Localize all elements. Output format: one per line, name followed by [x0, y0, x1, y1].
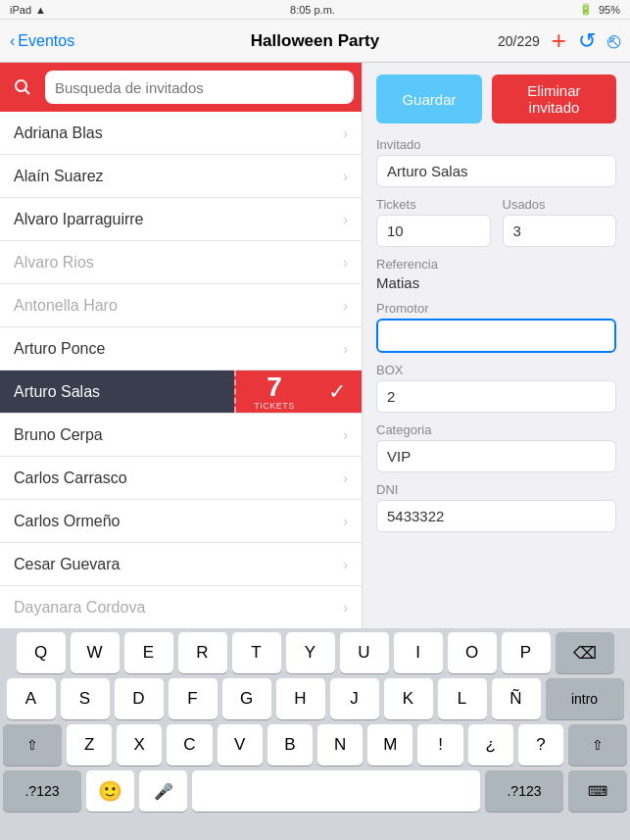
invitado-label: Invitado — [376, 137, 616, 152]
chevron-right-icon: › — [343, 212, 348, 227]
key-x[interactable]: X — [117, 724, 162, 766]
page-title: Halloween Party — [251, 31, 379, 51]
search-icon[interactable] — [8, 73, 37, 102]
key-i[interactable]: I — [394, 632, 443, 673]
key-p[interactable]: P — [502, 632, 551, 673]
key-s[interactable]: S — [61, 678, 110, 719]
shift-right-key[interactable]: ⇧ — [568, 724, 627, 766]
dni-input[interactable] — [376, 500, 616, 532]
key-m[interactable]: M — [367, 724, 412, 766]
back-button[interactable]: ‹ Eventos — [10, 32, 74, 50]
add-guest-icon[interactable]: + — [552, 25, 566, 56]
chevron-right-icon: › — [343, 557, 348, 572]
nav-actions: 20/229 + ↺ ⎋ — [498, 25, 620, 56]
list-item[interactable]: Alvaro Iparraguirre › — [0, 198, 362, 241]
tickets-label: Tickets — [376, 197, 491, 212]
list-item[interactable]: Carlos Carrasco › — [0, 457, 362, 500]
carrier-label: iPad — [10, 4, 31, 16]
key-j[interactable]: J — [330, 678, 379, 719]
chevron-right-icon: › — [343, 514, 348, 529]
categoria-input[interactable] — [376, 440, 616, 472]
list-item[interactable]: Carlos Ormeño › — [0, 500, 362, 543]
tickets-field-group: Tickets — [376, 197, 491, 247]
key-y[interactable]: Y — [286, 632, 335, 673]
key-w[interactable]: W — [71, 632, 120, 673]
usados-input[interactable] — [503, 215, 617, 247]
key-t[interactable]: T — [232, 632, 281, 673]
delete-key[interactable]: ⌫ — [556, 632, 614, 673]
key-o[interactable]: O — [448, 632, 497, 673]
invitado-input[interactable] — [376, 155, 616, 187]
keyboard-key[interactable]: ⌨ — [568, 770, 627, 812]
key-q[interactable]: Q — [17, 632, 66, 673]
shift-key[interactable]: ⇧ — [3, 724, 62, 766]
tickets-input[interactable] — [376, 215, 491, 247]
key-r[interactable]: R — [178, 632, 227, 673]
key-l[interactable]: L — [438, 678, 487, 719]
key-question-inv[interactable]: ¿ — [468, 724, 513, 766]
emoji-key[interactable]: 🙂 — [86, 770, 134, 812]
key-g[interactable]: G — [222, 678, 271, 719]
list-item[interactable]: Bruno Cerpa › — [0, 414, 362, 457]
delete-guest-button[interactable]: Eliminar invitado — [492, 74, 616, 124]
key-n-tilde[interactable]: Ñ — [492, 678, 541, 719]
keyboard-row-4: .?123 🙂 🎤 .?123 ⌨ — [3, 770, 627, 812]
key-n[interactable]: N — [317, 724, 363, 766]
referencia-value: Matias — [376, 274, 616, 291]
svg-point-0 — [16, 80, 26, 91]
ticket-check-box[interactable]: ✓ — [313, 371, 362, 413]
ticket-label: TICKETS — [254, 401, 295, 411]
status-bar: iPad ▲ 8:05 p.m. 🔋 95% — [0, 0, 630, 20]
action-buttons: Guardar Eliminar invitado — [376, 74, 616, 124]
key-a[interactable]: A — [7, 678, 56, 719]
intro-key[interactable]: intro — [546, 678, 624, 719]
key-f[interactable]: F — [169, 678, 218, 719]
key-question[interactable]: ? — [518, 724, 563, 766]
refresh-icon[interactable]: ↺ — [578, 28, 596, 54]
selected-guest-item[interactable]: Arturo Salas 7 TICKETS ✓ — [0, 371, 362, 414]
list-item[interactable]: Adriana Blas › — [0, 112, 362, 155]
list-item[interactable]: Alaín Suarez › — [0, 155, 362, 198]
referencia-field-group: Referencia Matias — [376, 257, 616, 291]
key-c[interactable]: C — [167, 724, 212, 766]
chevron-right-icon: › — [343, 427, 348, 443]
microphone-key[interactable]: 🎤 — [139, 770, 187, 812]
svg-line-1 — [25, 90, 30, 95]
key-v[interactable]: V — [218, 724, 263, 766]
key-exclamation[interactable]: ! — [417, 724, 462, 766]
space-key[interactable] — [192, 770, 480, 812]
list-item[interactable]: Antonella Haro › — [0, 284, 362, 327]
numbers-key[interactable]: .?123 — [3, 770, 81, 812]
right-panel: Guardar Eliminar invitado Invitado Ticke… — [363, 63, 630, 628]
numbers-right-key[interactable]: .?123 — [485, 770, 563, 812]
key-h[interactable]: H — [276, 678, 325, 719]
ticket-count-box: 7 TICKETS — [234, 371, 313, 413]
key-b[interactable]: B — [267, 724, 313, 766]
list-item[interactable]: Dayanara Cordova › — [0, 586, 362, 628]
invitado-field-group: Invitado — [376, 137, 616, 187]
search-input[interactable] — [45, 71, 354, 104]
list-item[interactable]: Cesar Guevara › — [0, 543, 362, 586]
key-d[interactable]: D — [115, 678, 164, 719]
guest-count: 20/229 — [498, 33, 540, 49]
box-label: BOX — [376, 363, 616, 377]
key-z[interactable]: Z — [67, 724, 112, 766]
list-item[interactable]: Arturo Ponce › — [0, 327, 362, 371]
left-panel: Adriana Blas › Alaín Suarez › Alvaro Ipa… — [0, 63, 363, 628]
save-button[interactable]: Guardar — [376, 74, 482, 124]
main-content: Adriana Blas › Alaín Suarez › Alvaro Ipa… — [0, 63, 630, 628]
chevron-right-icon: › — [343, 341, 348, 357]
promotor-input[interactable] — [376, 319, 616, 353]
key-k[interactable]: K — [384, 678, 433, 719]
list-item[interactable]: Alvaro Rios › — [0, 241, 362, 284]
categoria-field-group: Categoria — [376, 422, 616, 472]
back-chevron-icon: ‹ — [10, 32, 15, 50]
chevron-right-icon: › — [343, 470, 348, 486]
ticket-badge: 7 TICKETS ✓ — [234, 371, 362, 413]
chevron-right-icon: › — [343, 125, 348, 141]
ticket-number: 7 — [267, 373, 282, 401]
key-u[interactable]: U — [340, 632, 389, 673]
box-input[interactable] — [376, 380, 616, 413]
export-icon[interactable]: ⎋ — [607, 28, 620, 54]
key-e[interactable]: E — [124, 632, 173, 673]
